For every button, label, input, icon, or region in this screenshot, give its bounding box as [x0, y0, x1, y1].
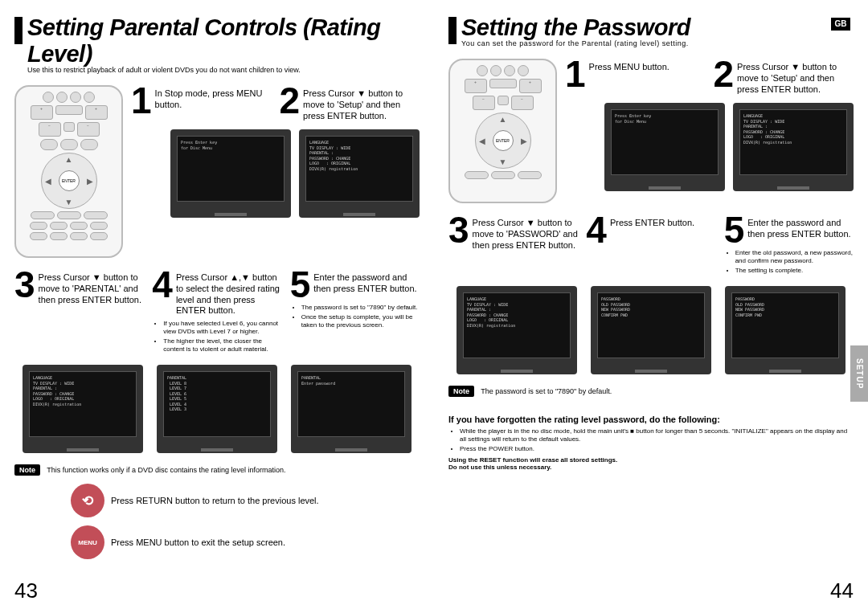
- step-row-2: 3 Press Cursor ▼ button to move to 'PASS…: [448, 215, 854, 278]
- tv-screenshot-pwchange2: PASSWORD OLD PASSWORD NEW PASSWORD CONFI…: [725, 286, 845, 374]
- title-cap: [14, 17, 23, 44]
- step-4-text: Press ENTER button.: [610, 215, 694, 229]
- enter-button: ENTER: [493, 130, 514, 151]
- page-number-left: 43: [14, 578, 38, 603]
- tv-screenshot-menu: Press Enter key for Disc Menu: [170, 129, 291, 218]
- step-4-notes: If you have selected Level 6, you cannot…: [152, 320, 281, 353]
- dpad: ▲ ▼ ◀ ▶ ENTER: [475, 112, 531, 169]
- tv-screenshot-setup2: LANGUAGE TV DISPLAY : WIDE PARENTAL : PA…: [457, 286, 577, 374]
- page-subtitle: You can set the password for the Parenta…: [461, 39, 690, 47]
- step-2-text: Press Cursor ▼ button to move to 'Setup'…: [737, 59, 854, 95]
- tv-screenshot-setup: LANGUAGE TV DISPLAY : WIDE PARENTAL : PA…: [733, 103, 854, 191]
- step-5-notes: The password is set to "7890" by default…: [290, 304, 420, 329]
- dpad-down-icon: ▼: [499, 157, 507, 166]
- tv-screenshot-setup2: LANGUAGE TV DISPLAY : WIDE PARENTAL : PA…: [23, 365, 143, 453]
- enter-button: ENTER: [59, 170, 80, 191]
- manual-spread: Setting Parental Controls (Rating Level)…: [0, 0, 868, 613]
- step-5-text: Enter the password and then press ENTER …: [747, 215, 854, 240]
- reset-warning-2: Do not use this unless necessary.: [448, 464, 854, 471]
- footer-return: ⟲ Press RETURN button to return to the p…: [71, 484, 420, 517]
- step-1: 1 Press MENU button.: [565, 59, 706, 95]
- step-5-text: Enter the password and then press ENTER …: [313, 269, 420, 295]
- dpad-right-icon: ▶: [521, 137, 527, 145]
- tv-screenshot-menu: Press Enter key for Disc Menu: [604, 103, 725, 191]
- dpad-down-icon: ▼: [65, 198, 73, 206]
- dpad-left-icon: ◀: [45, 177, 51, 186]
- dpad-up-icon: ▲: [65, 155, 73, 164]
- note-line: Note The password is set to "7890" by de…: [448, 386, 854, 397]
- step-1-text: In Stop mode, press MENU button.: [155, 85, 272, 111]
- step-3-text: Press Cursor ▼ button to move to 'PASSWO…: [473, 215, 579, 251]
- title-cap: [448, 17, 457, 44]
- tv-screenshot-setup: LANGUAGE TV DISPLAY : WIDE PARENTAL : PA…: [299, 129, 420, 218]
- page-number-right: 44: [830, 578, 854, 603]
- step-2: 2 Press Cursor ▼ button to move to 'Setu…: [714, 59, 854, 95]
- dpad-up-icon: ▲: [499, 115, 507, 124]
- step-row-2: 3 Press Cursor ▼ button to move to 'PARE…: [14, 269, 420, 357]
- note-line: Note This function works only if a DVD d…: [14, 464, 420, 476]
- page-title: Setting Parental Controls (Rating Level): [27, 14, 420, 67]
- remote-illustration: ++ −− ▲ ▼ ◀ ▶ ENTER: [14, 85, 123, 258]
- step-3: 3 Press Cursor ▼ button to move to 'PARE…: [14, 269, 144, 305]
- tv-screenshot-pwchange: PASSWORD OLD PASSWORD NEW PASSWORD CONFI…: [591, 286, 711, 374]
- page-subtitle: Use this to restrict playback of adult o…: [27, 66, 420, 74]
- tv-screenshot-parental: PARENTAL LEVEL 8 LEVEL 7 LEVEL 6 LEVEL 5…: [157, 365, 277, 453]
- step-2: 2 Press Cursor ▼ button to move to 'Setu…: [280, 85, 420, 121]
- step-5: 5 Enter the password and then press ENTE…: [290, 269, 420, 300]
- page-44: GB Setting the Password You can set the …: [434, 0, 868, 613]
- step-3-text: Press Cursor ▼ button to move to 'PARENT…: [39, 269, 145, 305]
- language-badge: GB: [831, 18, 850, 31]
- title-block-right: Setting the Password You can set the pas…: [448, 14, 854, 47]
- remote-illustration: ++ −− ▲ ▼ ◀ ▶ ENTER: [448, 59, 557, 203]
- note-badge: Note: [14, 464, 40, 476]
- step-1-text: Press MENU button.: [589, 59, 669, 73]
- step-1: 1 In Stop mode, press MENU button.: [131, 85, 272, 121]
- note-badge: Note: [448, 386, 474, 397]
- step-2-text: Press Cursor ▼ button to move to 'Setup'…: [303, 85, 420, 121]
- step-4: 4 Press ENTER button.: [586, 215, 715, 246]
- dpad-right-icon: ▶: [87, 177, 93, 186]
- menu-icon: MENU: [71, 525, 104, 559]
- return-icon: ⟲: [71, 484, 104, 517]
- step-row-1: ++ −− ▲ ▼ ◀ ▶ ENTER 1 In Stop: [14, 85, 420, 258]
- footer-menu: MENU Press MENU button to exit the setup…: [71, 525, 420, 559]
- dpad: ▲ ▼ ◀ ▶ ENTER: [41, 153, 97, 209]
- dpad-left-icon: ◀: [479, 137, 485, 145]
- forgot-list: While the player is in the no disc mode,…: [448, 427, 854, 453]
- section-tab: SETUP: [850, 345, 868, 402]
- step-4-text: Press Cursor ▲,▼ button to select the de…: [176, 269, 282, 317]
- forgot-heading: If you have forgotten the rating level p…: [448, 415, 854, 424]
- tv-screenshot-password: PARENTAL Enter password: [291, 365, 411, 453]
- step-4: 4 Press Cursor ▲,▼ button to select the …: [152, 269, 281, 317]
- page-43: Setting Parental Controls (Rating Level)…: [0, 0, 434, 613]
- step-5: 5 Enter the password and then press ENTE…: [724, 215, 854, 246]
- reset-warning-1: Using the RESET function will erase all …: [448, 456, 854, 464]
- step-row-1: ++ −− ▲ ▼ ◀ ▶ ENTER 1 Press MENU button.: [448, 59, 854, 203]
- step-3: 3 Press Cursor ▼ button to move to 'PASS…: [448, 215, 578, 251]
- page-title: Setting the Password: [461, 14, 690, 41]
- step-5-notes: Enter the old password, a new password, …: [724, 249, 854, 275]
- title-block-left: Setting Parental Controls (Rating Level)…: [14, 14, 420, 74]
